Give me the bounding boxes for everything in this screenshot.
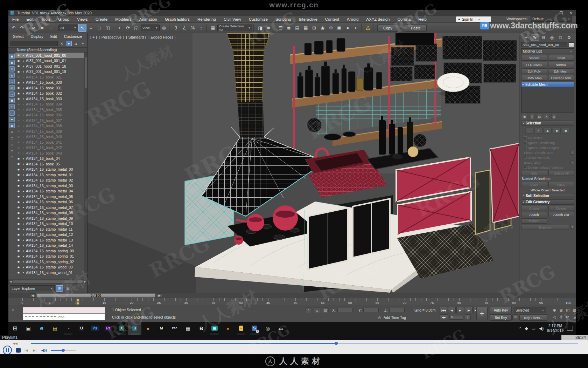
frame-tick-35[interactable]: 35 bbox=[208, 301, 219, 305]
object-row-am134-16-stamp-metal-02[interactable]: ◉ ● AM134_16_stamp_metal_02 bbox=[15, 178, 84, 183]
mirror-icon[interactable]: ◨ bbox=[256, 24, 264, 32]
frozen-dot-icon[interactable]: ● bbox=[21, 119, 25, 122]
current-frame-field[interactable]: 0 bbox=[449, 315, 463, 320]
detach-button[interactable]: Detach bbox=[521, 218, 547, 224]
frozen-dot-icon[interactable]: ● bbox=[21, 250, 25, 252]
element-icon[interactable]: ◆ bbox=[562, 128, 570, 134]
track-bar[interactable]: 0510152025303540455055606570758085909510… bbox=[8, 298, 576, 306]
visibility-eye-icon[interactable]: ◉ bbox=[16, 119, 21, 122]
maximize-viewport-icon[interactable]: ◲ bbox=[571, 314, 576, 320]
explorer-menu-select[interactable]: Select bbox=[10, 34, 27, 39]
name-column-header[interactable]: Name (Sorted Ascending) bbox=[8, 47, 87, 53]
object-row-am134-15-book-033[interactable]: ◉ ● AM134_15_book_033 bbox=[15, 96, 84, 102]
sign-in-button[interactable]: ● Sign In ▼ bbox=[456, 16, 491, 22]
object-row-am134-16-stamp-wood-00[interactable]: ◉ ● AM134_16_stamp_wood_00 bbox=[15, 265, 84, 270]
object-row-am134-16-stamp-spring-01[interactable]: ◉ ● AM134_16_stamp_spring_01 bbox=[15, 254, 84, 259]
object-row-ai37-001-hood-001-00[interactable]: ◉ ● AI37_001_hood_001_00 bbox=[15, 53, 84, 58]
taskbar-task-view[interactable]: ▣ bbox=[22, 322, 35, 335]
frozen-dot-icon[interactable]: ● bbox=[21, 255, 25, 258]
copy-button[interactable]: Copy bbox=[377, 25, 398, 32]
set-key-button[interactable]: Set Key bbox=[490, 314, 512, 321]
visibility-eye-icon[interactable]: ◉ bbox=[16, 211, 21, 214]
frame-tick-100[interactable]: 100 bbox=[562, 301, 574, 305]
select-object-icon[interactable]: ↖ bbox=[78, 24, 86, 32]
object-row-am134-15-book-031[interactable]: ◉ ● AM134_15_book_031 bbox=[15, 85, 84, 91]
object-row-am134-16-stamp-metal-12[interactable]: ◉ ● AM134_16_stamp_metal_12 bbox=[15, 232, 84, 238]
frozen-dot-icon[interactable]: ● bbox=[21, 141, 25, 143]
visibility-eye-icon[interactable]: ◉ bbox=[16, 162, 21, 165]
display-materials-icon[interactable]: ▣ bbox=[9, 98, 15, 103]
object-row-am134-15-book-038[interactable]: ◉ ● AM134_15_book_038 bbox=[15, 123, 84, 129]
object-row-am134-16-stamp-metal-14[interactable]: ◉ ● AM134_16_stamp_metal_14 bbox=[15, 243, 84, 248]
visibility-eye-icon[interactable]: ◉ bbox=[16, 244, 21, 247]
menu-animation[interactable]: Animation bbox=[135, 16, 161, 22]
visibility-eye-icon[interactable]: ◉ bbox=[16, 81, 21, 84]
next-track-button[interactable]: ▶| bbox=[33, 348, 36, 352]
rendered-frame-window-icon[interactable]: ▣ bbox=[335, 24, 343, 32]
frozen-dot-icon[interactable]: ● bbox=[21, 206, 25, 209]
explode-spinner[interactable]: ▴▾ bbox=[570, 225, 574, 229]
modifier-button-edit-mesh[interactable]: Edit Mesh bbox=[548, 68, 574, 74]
modifier-button-shell[interactable]: Shell bbox=[548, 55, 574, 61]
visibility-eye-icon[interactable]: ◉ bbox=[16, 168, 21, 171]
taskbar-file-explorer[interactable]: ▤ bbox=[48, 322, 62, 335]
play-button[interactable]: ▶ bbox=[456, 307, 464, 313]
frozen-dot-icon[interactable]: ● bbox=[21, 233, 25, 236]
visibility-eye-icon[interactable]: ◉ bbox=[16, 190, 21, 193]
menu-interactive[interactable]: Interactive bbox=[295, 16, 321, 22]
object-row-am134-16-stamp-metal-06[interactable]: ◉ ● AM134_16_stamp_metal_06 bbox=[15, 199, 84, 205]
menu-views[interactable]: Views bbox=[73, 16, 91, 22]
frozen-dot-icon[interactable]: ● bbox=[21, 97, 25, 100]
make-unique-icon[interactable]: ⊡ bbox=[537, 114, 542, 119]
pause-button[interactable] bbox=[3, 346, 12, 355]
maximize-button[interactable]: ❐ bbox=[556, 10, 566, 16]
previous-frame-button[interactable]: ◀| bbox=[448, 307, 456, 313]
toggle-scene-explorer-icon[interactable]: ☰ bbox=[276, 24, 285, 32]
display-all-icon[interactable]: ◉ bbox=[9, 54, 15, 59]
visibility-eye-icon[interactable]: ◉ bbox=[16, 217, 21, 220]
object-row-am134-16-stamp-metal-09[interactable]: ◉ ● AM134_16_stamp_metal_09 bbox=[15, 216, 84, 221]
visibility-eye-icon[interactable]: ◉ bbox=[16, 227, 21, 231]
frame-tick-5[interactable]: 5 bbox=[44, 301, 56, 305]
checkbox-icon[interactable] bbox=[524, 166, 527, 169]
selection-lock-icon[interactable]: ◘ bbox=[314, 307, 320, 313]
frozen-dot-icon[interactable]: ● bbox=[21, 103, 25, 105]
pin-stack-icon[interactable]: ◉ bbox=[522, 114, 527, 119]
material-editor-icon[interactable]: ◉ bbox=[318, 24, 327, 32]
frozen-dot-icon[interactable]: ● bbox=[21, 244, 25, 247]
display-helpers-icon[interactable]: □ bbox=[9, 79, 15, 84]
time-slider[interactable]: ◀ 0 / 100 ▶ bbox=[8, 293, 576, 298]
object-row-am134-15-book-030[interactable]: ◉ ● AM134_15_book_030 bbox=[15, 80, 84, 86]
visibility-eye-icon[interactable]: ◉ bbox=[16, 206, 21, 209]
align-icon[interactable]: ≍ bbox=[265, 24, 273, 32]
snaps-toggle-icon[interactable]: 3 bbox=[172, 24, 180, 32]
search-clear-icon[interactable]: ✕ bbox=[59, 41, 65, 46]
selection-filter-dropdown[interactable]: All▼ bbox=[58, 25, 78, 31]
remove-modifier-icon[interactable]: ✕ bbox=[544, 114, 550, 119]
visibility-eye-icon[interactable]: ◉ bbox=[16, 222, 21, 225]
undo-icon[interactable]: ↶ bbox=[9, 24, 18, 32]
modifier-button-ffd-2x2x2[interactable]: FFD 2x2x2 bbox=[521, 62, 547, 67]
frame-tick-90[interactable]: 90 bbox=[508, 301, 520, 305]
object-color-swatch[interactable] bbox=[569, 42, 574, 47]
display-spacewarps-icon[interactable]: ◎ bbox=[9, 85, 15, 90]
taskbar-premiere[interactable]: Pr bbox=[102, 322, 115, 335]
create-button[interactable]: Create bbox=[521, 206, 547, 211]
set-key-filter-icon[interactable]: ⚿ bbox=[512, 314, 518, 320]
next-frame-arrow[interactable]: ▶ bbox=[157, 293, 162, 298]
delete-button[interactable]: Delete bbox=[548, 206, 574, 211]
display-containers-icon[interactable]: ▭ bbox=[9, 110, 15, 116]
taskbar-photoshop[interactable]: Ps bbox=[88, 322, 102, 335]
horizontal-scrollbar[interactable]: ◀▶ bbox=[8, 279, 87, 284]
frame-tick-45[interactable]: 45 bbox=[262, 301, 274, 305]
selection-set-dropdown[interactable]: Selected▼ bbox=[514, 307, 546, 313]
listener-script-row[interactable]: End bbox=[23, 314, 105, 320]
close-button[interactable]: ✕ bbox=[566, 10, 576, 16]
frozen-dot-icon[interactable]: ● bbox=[21, 92, 25, 95]
frame-tick-50[interactable]: 50 bbox=[289, 301, 301, 305]
object-row-am134-16-stamp-metal-04[interactable]: ◉ ● AM134_16_stamp_metal_04 bbox=[15, 189, 84, 194]
frozen-dot-icon[interactable]: ● bbox=[21, 260, 25, 263]
taskbar-obs[interactable]: ◎ bbox=[261, 322, 274, 335]
zoom-icon[interactable]: ⊕ bbox=[551, 307, 558, 313]
modify-tab[interactable]: ✎ bbox=[531, 34, 539, 41]
